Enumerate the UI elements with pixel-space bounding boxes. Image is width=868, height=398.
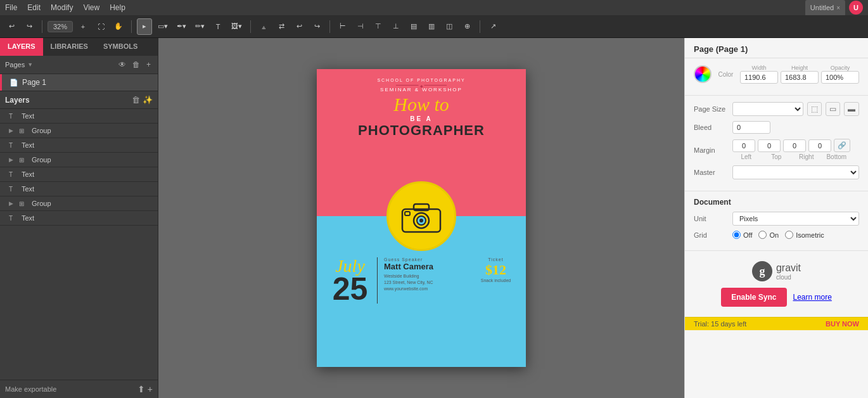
grid-isometric-radio[interactable] bbox=[785, 231, 793, 239]
layer-item-text-4[interactable]: T Text bbox=[0, 182, 158, 196]
document-tab[interactable]: Untitled × bbox=[805, 0, 845, 15]
opacity-input[interactable] bbox=[821, 71, 859, 84]
buy-now-button[interactable]: BUY NOW bbox=[826, 320, 859, 328]
poster-photographer: PHOTOGRAPHER bbox=[358, 122, 485, 139]
tab-libraries[interactable]: LIBRARIES bbox=[43, 38, 96, 56]
delete-layer-button[interactable]: 🗑 bbox=[132, 95, 140, 105]
grid-on-option[interactable]: On bbox=[758, 231, 779, 239]
page-name: Page 1 bbox=[22, 78, 46, 87]
margin-right-label: Right bbox=[793, 153, 820, 160]
master-select[interactable] bbox=[732, 165, 859, 179]
margin-right-input[interactable] bbox=[783, 139, 806, 152]
zoom-level[interactable]: 32% bbox=[48, 21, 73, 32]
grid-off-radio[interactable] bbox=[732, 231, 741, 239]
menu-view[interactable]: View bbox=[83, 3, 99, 12]
height-input[interactable] bbox=[781, 71, 819, 84]
layer-item-text-5[interactable]: T Text bbox=[0, 211, 158, 226]
user-avatar[interactable]: U bbox=[849, 1, 863, 15]
toolbar-separator-1 bbox=[42, 20, 42, 33]
distribute-button[interactable]: ⊥ bbox=[388, 18, 404, 35]
page-size-custom-icon[interactable]: ⬚ bbox=[807, 102, 822, 116]
expand-icon[interactable]: ▶ bbox=[9, 127, 15, 134]
expand-icon[interactable]: ▶ bbox=[9, 157, 15, 163]
boolean-button[interactable]: ⊕ bbox=[459, 18, 475, 35]
redo-button[interactable]: ↪ bbox=[22, 18, 37, 35]
margin-link-button[interactable]: 🔗 bbox=[834, 139, 850, 152]
add-page-button[interactable]: + bbox=[144, 60, 153, 70]
page-size-select[interactable] bbox=[732, 102, 803, 116]
flip-h-button[interactable]: ⇄ bbox=[274, 18, 289, 35]
gravit-section: g gravit cloud Enable Sync Learn more bbox=[685, 251, 868, 317]
width-input[interactable] bbox=[740, 71, 778, 84]
add-export-button[interactable]: + bbox=[148, 384, 153, 394]
enable-sync-button[interactable]: Enable Sync bbox=[721, 288, 786, 307]
grid-on-radio[interactable] bbox=[758, 231, 767, 239]
hand-tool-button[interactable]: ✋ bbox=[111, 18, 126, 35]
tab-layers[interactable]: LAYERS bbox=[0, 38, 43, 56]
menu-edit[interactable]: Edit bbox=[27, 3, 41, 12]
redo2-button[interactable]: ↪ bbox=[309, 18, 324, 35]
image-tool-button[interactable]: 🖼▾ bbox=[228, 18, 245, 35]
align-center-button[interactable]: ⊣ bbox=[353, 18, 368, 35]
pages-label: Pages ▼ bbox=[5, 61, 33, 68]
menu-modify[interactable]: Modify bbox=[51, 3, 73, 12]
mask-button[interactable]: ◫ bbox=[442, 18, 457, 35]
delete-page-button[interactable]: 🗑 bbox=[131, 60, 142, 70]
align-right-button[interactable]: ⊤ bbox=[371, 18, 386, 35]
learn-more-link[interactable]: Learn more bbox=[793, 293, 832, 302]
layer-item-text-2[interactable]: T Text bbox=[0, 138, 158, 153]
menu-help[interactable]: Help bbox=[110, 3, 125, 12]
layer-item-group-3[interactable]: ▶ ⊞ Group bbox=[0, 196, 158, 211]
fit-page-button[interactable]: ⛶ bbox=[93, 18, 108, 35]
color-picker[interactable] bbox=[694, 65, 712, 83]
group-button[interactable]: ▤ bbox=[406, 18, 421, 35]
layer-label: Group bbox=[32, 156, 51, 164]
grid-isometric-option[interactable]: Isometric bbox=[785, 231, 824, 239]
close-tab-icon[interactable]: × bbox=[836, 4, 840, 11]
text-layer-icon: T bbox=[9, 142, 18, 149]
ungroup-button[interactable]: ▥ bbox=[424, 18, 439, 35]
undo2-button[interactable]: ↩ bbox=[291, 18, 307, 35]
shape-tool-button[interactable]: ▭▾ bbox=[155, 18, 171, 35]
margin-left-input[interactable] bbox=[732, 139, 755, 152]
poster-seminar: SEMINAR & WORKSHOP bbox=[380, 87, 463, 93]
text-layer-icon: T bbox=[9, 186, 18, 193]
text-tool-button[interactable]: T bbox=[210, 18, 226, 35]
bleed-input[interactable] bbox=[732, 121, 770, 134]
layer-label: Group bbox=[32, 200, 51, 207]
expand-icon[interactable]: ▶ bbox=[9, 200, 15, 207]
select-tool-button[interactable]: ▸ bbox=[137, 18, 152, 35]
add-layer-button[interactable]: ✨ bbox=[143, 95, 153, 105]
layer-item-text-1[interactable]: T Text bbox=[0, 109, 158, 124]
transform-button[interactable]: ⟁ bbox=[256, 18, 271, 35]
grid-off-option[interactable]: Off bbox=[732, 231, 752, 239]
margin-bottom-input[interactable] bbox=[808, 139, 831, 152]
poster-address: Westside Building 123 Street, New City, … bbox=[384, 273, 478, 292]
right-panel: Page (Page 1) Color Width Height bbox=[684, 38, 868, 398]
page-item[interactable]: 📄 Page 1 bbox=[0, 74, 158, 91]
pen-tool-button[interactable]: ✒▾ bbox=[174, 18, 189, 35]
canvas-area[interactable]: SCHOOL OF PHOTOGRAPHY SEMINAR & WORKSHOP… bbox=[158, 38, 684, 398]
unit-select[interactable]: Pixels bbox=[732, 212, 859, 226]
page-size-portrait-icon[interactable]: ▭ bbox=[826, 102, 840, 116]
poster-guest-label: Guess Speaker bbox=[384, 257, 478, 262]
export-svg-button[interactable]: ⬆ bbox=[137, 384, 145, 394]
tab-symbols[interactable]: SYMBOLS bbox=[96, 38, 145, 56]
fill-tool-button[interactable]: ✏▾ bbox=[192, 18, 208, 35]
menu-file[interactable]: File bbox=[5, 3, 17, 12]
align-left-button[interactable]: ⊢ bbox=[335, 18, 350, 35]
make-exportable-label: Make exportable bbox=[5, 385, 56, 393]
master-label: Master bbox=[694, 169, 729, 176]
toolbar: ↩ ↪ 32% + ⛶ ✋ ▸ ▭▾ ✒▾ ✏▾ T 🖼▾ ⟁ ⇄ ↩ ↪ ⊢ … bbox=[0, 15, 868, 38]
zoom-in-button[interactable]: + bbox=[75, 18, 91, 35]
page-size-landscape-icon[interactable]: ▬ bbox=[844, 102, 859, 116]
undo-button[interactable]: ↩ bbox=[4, 18, 19, 35]
document-tab-title: Untitled bbox=[810, 4, 834, 11]
layer-item-text-3[interactable]: T Text bbox=[0, 167, 158, 182]
layer-item-group-1[interactable]: ▶ ⊞ Group bbox=[0, 124, 158, 138]
layer-item-group-2[interactable]: ▶ ⊞ Group bbox=[0, 153, 158, 167]
toggle-visibility-button[interactable]: 👁 bbox=[117, 60, 128, 70]
grid-label: Grid bbox=[694, 231, 729, 239]
margin-top-input[interactable] bbox=[758, 139, 781, 152]
export-button[interactable]: ↗ bbox=[485, 18, 501, 35]
